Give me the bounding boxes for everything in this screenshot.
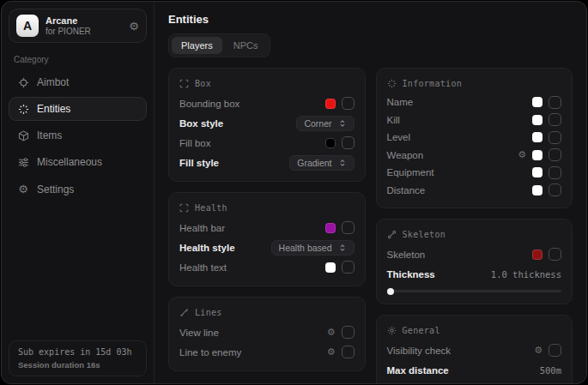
header-settings-icon[interactable]: ⚙ (129, 21, 139, 32)
skeleton-checkbox[interactable] (549, 248, 561, 261)
skeleton-color-swatch[interactable] (532, 250, 543, 260)
weapon-label: Weapon (387, 150, 424, 160)
thickness-slider-thumb[interactable] (387, 288, 394, 295)
fill-style-dropdown[interactable]: Gradient (289, 155, 354, 171)
box-style-row: Box style Corner (179, 113, 355, 133)
health-bar-checkbox[interactable] (342, 221, 355, 234)
unfold-icon (338, 159, 347, 167)
view-line-row: View line ⚙ (179, 322, 355, 342)
view-line-checkbox[interactable] (342, 326, 355, 339)
app-header: A Arcane for PIONER ⚙ (9, 9, 147, 43)
name-checkbox[interactable] (549, 96, 561, 109)
weapon-checkbox[interactable] (549, 148, 561, 161)
unfold-icon (338, 119, 347, 128)
health-card: Health Health bar Health style H (168, 192, 366, 286)
weapon-gear-icon[interactable]: ⚙ (518, 150, 526, 159)
distance-label: Distance (387, 185, 426, 196)
line-to-enemy-label: Line to enemy (179, 347, 241, 358)
skeleton-card: Skeleton Skeleton Thickness 1.0 thicknes… (376, 219, 573, 304)
information-card-title: Information (403, 79, 463, 88)
level-checkbox[interactable] (549, 131, 561, 144)
health-card-header: Health (179, 203, 355, 213)
fill-box-checkbox[interactable] (342, 136, 355, 149)
category-label: Category (14, 55, 142, 64)
cube-icon (17, 130, 29, 141)
visibility-check-checkbox[interactable] (549, 344, 561, 357)
fill-style-label: Fill style (179, 158, 219, 168)
tab-npcs[interactable]: NPCs (224, 37, 268, 54)
health-text-row: Health text (179, 257, 355, 277)
view-line-gear-icon[interactable]: ⚙ (327, 328, 336, 337)
sidebar-item-label: Items (37, 129, 62, 141)
equipment-checkbox[interactable] (549, 166, 561, 179)
health-style-dropdown[interactable]: Health based (271, 240, 355, 256)
app-logo: A (16, 15, 39, 37)
sliders-icon (17, 157, 29, 168)
name-color-swatch[interactable] (532, 97, 543, 107)
line-to-enemy-checkbox[interactable] (342, 346, 355, 358)
gear-icon: ⚙ (17, 183, 29, 196)
max-distance-row: Max distance 500m (387, 360, 562, 380)
level-color-swatch[interactable] (532, 132, 543, 142)
fill-style-value: Gradient (297, 158, 331, 168)
sidebar-item-items[interactable]: Items (9, 123, 147, 147)
level-row: Level (387, 129, 562, 147)
health-text-checkbox[interactable] (342, 261, 355, 274)
skeleton-row: Skeleton (387, 244, 562, 264)
distance-color-swatch[interactable] (532, 185, 543, 196)
health-bar-label: Health bar (179, 223, 225, 233)
general-card-header: General (387, 326, 562, 335)
health-bar-color-swatch[interactable] (325, 223, 336, 233)
sidebar-item-label: Miscellaneous (37, 156, 102, 168)
kill-label: Kill (387, 115, 400, 125)
bounding-box-color-swatch[interactable] (325, 99, 336, 109)
kill-checkbox[interactable] (549, 113, 561, 126)
tab-players[interactable]: Players (172, 37, 222, 54)
settings-columns: Box Bounding box Box style Corne (168, 68, 573, 383)
visibility-check-label: Visibility check (387, 346, 452, 356)
skeleton-card-header: Skeleton (387, 230, 562, 239)
equipment-color-swatch[interactable] (532, 167, 543, 177)
right-column: Information Name Kill (376, 68, 573, 383)
sidebar-item-entities[interactable]: Entities (9, 97, 147, 121)
sidebar-item-miscellaneous[interactable]: Miscellaneous (9, 150, 147, 174)
corner-brackets-icon (179, 203, 189, 213)
line-to-enemy-row: Line to enemy ⚙ (179, 342, 355, 362)
lines-card-title: Lines (195, 308, 222, 317)
corner-brackets-icon (179, 79, 189, 88)
sun-icon (387, 326, 397, 335)
kill-color-swatch[interactable] (532, 115, 543, 125)
sidebar-item-aimbot[interactable]: Aimbot (9, 70, 147, 94)
health-card-title: Health (195, 203, 227, 213)
bounding-box-checkbox[interactable] (342, 97, 355, 110)
distance-checkbox[interactable] (549, 183, 561, 196)
weapon-color-swatch[interactable] (532, 150, 543, 160)
skeleton-card-title: Skeleton (403, 230, 446, 239)
main-panel: Entities Players NPCs Box Bounding box (155, 2, 586, 383)
sidebar-item-label: Entities (37, 103, 70, 115)
app-name: Arcane (45, 15, 91, 26)
line-icon (179, 308, 189, 317)
bounding-box-row: Bounding box (179, 93, 355, 113)
line-to-enemy-gear-icon[interactable]: ⚙ (327, 347, 336, 357)
sub-expires-text: Sub expires in 15d 03h (18, 347, 137, 357)
thickness-value: 1.0 thickness (491, 269, 561, 280)
health-text-label: Health text (179, 262, 227, 273)
sidebar-item-settings[interactable]: ⚙ Settings (9, 177, 147, 202)
view-line-label: View line (179, 328, 219, 338)
visibility-check-gear-icon[interactable]: ⚙ (534, 346, 543, 355)
app-window: A Arcane for PIONER ⚙ Category Aimbot En… (1, 1, 587, 384)
level-label: Level (387, 132, 411, 142)
max-distance-label: Max distance (387, 365, 449, 376)
fill-box-row: Fill box (179, 133, 355, 153)
page-title: Entities (168, 13, 573, 26)
fill-style-row: Fill style Gradient (179, 153, 355, 172)
health-text-color-swatch[interactable] (325, 262, 336, 273)
lines-card: Lines View line ⚙ Line to enemy ⚙ (168, 297, 366, 371)
health-style-value: Health based (279, 243, 332, 253)
entity-tabs: Players NPCs (168, 33, 270, 57)
thickness-slider[interactable] (387, 290, 562, 292)
box-style-dropdown[interactable]: Corner (296, 116, 354, 131)
name-row: Name (387, 93, 562, 111)
fill-box-color-swatch[interactable] (325, 138, 336, 148)
